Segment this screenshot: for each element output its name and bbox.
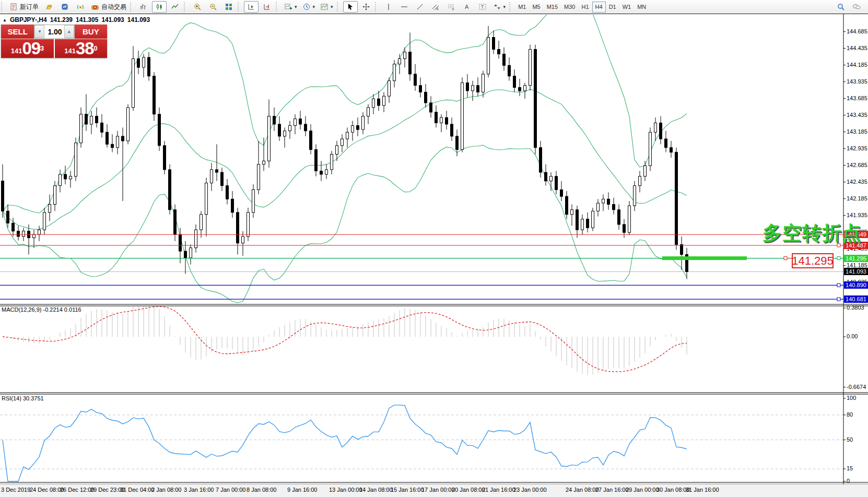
gold-button[interactable]: [42, 1, 56, 13]
sell-price-prefix: 141: [11, 45, 22, 57]
auto-scroll-button[interactable]: [244, 1, 259, 13]
price-axis-tick: 143.685: [847, 95, 867, 101]
market-button[interactable]: [57, 1, 72, 13]
timeframe-button-M5[interactable]: M5: [529, 2, 543, 13]
time-axis[interactable]: 3 Dec 201924 Dec 08:0026 Dec 12:0029 Dec…: [0, 484, 868, 497]
timeframe-button-H1[interactable]: H1: [579, 2, 592, 13]
chat-button[interactable]: [849, 1, 864, 13]
chat-icon: [852, 3, 861, 11]
indicators-caret: ▾: [295, 4, 297, 9]
price-axis-tick: 144.435: [847, 45, 867, 51]
trendline-button[interactable]: [413, 1, 427, 13]
macd-axis-tick: 0.3803: [847, 304, 864, 311]
timeframe-button-M15[interactable]: M15: [544, 2, 561, 13]
sell-button[interactable]: SELL: [1, 25, 34, 39]
toolbar-grip: [337, 2, 342, 11]
auto-trading-button[interactable]: 自动交易: [89, 1, 128, 13]
ohlc-open: 141.239: [50, 16, 73, 23]
text-icon: A: [463, 3, 471, 11]
text-label-button[interactable]: T: [475, 1, 490, 13]
zoom-in-button[interactable]: [190, 1, 205, 13]
turning-point-annotation[interactable]: 多空转折点: [763, 220, 862, 246]
indicators-button[interactable]: ▾: [282, 1, 299, 13]
candlestick-chart-button[interactable]: [152, 1, 167, 13]
rsi-axis-tick: 80: [847, 411, 853, 418]
templates-button[interactable]: ▾: [318, 1, 335, 13]
tile-windows-button[interactable]: [221, 1, 236, 13]
fibonacci-icon: F: [447, 3, 455, 11]
line-chart-button[interactable]: [168, 1, 182, 13]
sell-price-display[interactable]: 141093: [1, 39, 54, 58]
timeframe-button-D1[interactable]: D1: [606, 2, 619, 13]
buy-price-prefix: 141: [64, 45, 76, 57]
time-axis-label: 29 Jan 00:00: [626, 487, 659, 493]
hline-price-tag-140.681: 140.681: [844, 295, 868, 303]
candlestick-chart-icon: [155, 3, 163, 11]
rsi-axis-tick: 100: [847, 395, 856, 401]
toolbar-grip: [276, 2, 280, 11]
templates-caret: ▾: [331, 4, 333, 9]
price-axis-tick: 143.435: [847, 112, 867, 118]
price-axis-tick: 143.185: [847, 128, 867, 135]
crosshair-icon: [362, 3, 370, 11]
price-axis-tick: 142.185: [847, 195, 867, 202]
time-axis-label: 15 Jan 16:00: [391, 487, 424, 493]
auto-trading-label: 自动交易: [101, 3, 126, 11]
search-icon: [837, 3, 845, 11]
zoom-out-button[interactable]: [206, 1, 220, 13]
collapse-triangle-icon[interactable]: ▲: [3, 18, 7, 22]
timeframe-button-M30[interactable]: M30: [561, 2, 578, 13]
trading-app-window: { "toolbar": { "new_order_label": "新订单",…: [0, 0, 868, 497]
time-axis-label: 30 Jan 08:00: [656, 487, 690, 493]
arrows-button[interactable]: ▾: [491, 1, 508, 13]
price-axis-tick: 143.935: [847, 78, 867, 85]
time-axis-label: 14 Jan 08:00: [359, 487, 393, 493]
macd-indicator-label: MACD(12,26,9) -0.2214 0.0116: [2, 306, 81, 313]
time-axis-label: 21 Jan 16:00: [482, 487, 515, 493]
buy-button[interactable]: BUY: [75, 25, 107, 39]
volume-value[interactable]: 1.00: [44, 25, 64, 38]
timeframe-button-W1[interactable]: W1: [619, 2, 635, 13]
price-axis-tick: 144.685: [847, 28, 867, 34]
chart-canvas[interactable]: [0, 0, 868, 497]
text-button[interactable]: A: [460, 1, 474, 13]
volume-decrease-button[interactable]: ▼: [34, 25, 44, 38]
timeframe-button-H4[interactable]: H4: [592, 2, 606, 13]
zoom-out-icon: [209, 3, 217, 11]
chart-shift-button[interactable]: [260, 1, 274, 13]
hline-price-tag-140.890: 140.890: [844, 281, 868, 289]
vertical-line-icon: [384, 3, 393, 11]
zoom-in-icon: [193, 3, 202, 11]
time-axis-label: 20 Jan 08:00: [452, 487, 485, 493]
fibonacci-button[interactable]: F: [444, 1, 459, 13]
new-order-button[interactable]: 新订单: [7, 1, 41, 13]
periods-button[interactable]: ▾: [300, 1, 318, 13]
price-tag-label[interactable]: 141.295: [792, 253, 834, 268]
time-axis-label: 31 Jan 16:00: [686, 487, 719, 493]
time-axis-label: 27 Jan 16:00: [595, 487, 629, 493]
main-toolbar: 新订单 自动交易 ▾ ▾ ▾ E F A T ▾ M1M5M15M30H1H4D…: [0, 0, 868, 14]
time-axis-label: 3 Dec 2019: [1, 487, 30, 493]
search-button[interactable]: [834, 1, 848, 13]
time-axis-label: 8 Jan 08:00: [247, 487, 277, 493]
new-order-icon: [9, 3, 18, 11]
clock-icon: [302, 3, 311, 11]
price-axis-tick: 142.435: [847, 179, 867, 185]
bar-chart-button[interactable]: [136, 1, 151, 13]
vertical-line-button[interactable]: [381, 1, 396, 13]
crosshair-button[interactable]: [359, 1, 373, 13]
bar-chart-icon: [139, 3, 148, 11]
buy-price-display[interactable]: 141380: [55, 39, 107, 58]
horizontal-line-button[interactable]: [397, 1, 412, 13]
timeframe-button-MN[interactable]: MN: [634, 2, 649, 13]
time-axis-label: 3 Jan 16:00: [184, 487, 214, 493]
timeframe-button-M1[interactable]: M1: [515, 2, 529, 13]
volume-spinner: ▼ 1.00 ▲: [34, 25, 74, 39]
ohlc-low: 141.093: [101, 16, 124, 23]
signals-button[interactable]: [73, 1, 88, 13]
arrows-caret: ▾: [503, 4, 506, 9]
cursor-button[interactable]: [343, 1, 358, 13]
volume-increase-button[interactable]: ▲: [64, 25, 74, 38]
channel-button[interactable]: E: [428, 1, 443, 13]
bid-price-tag: 141.093: [844, 268, 868, 275]
